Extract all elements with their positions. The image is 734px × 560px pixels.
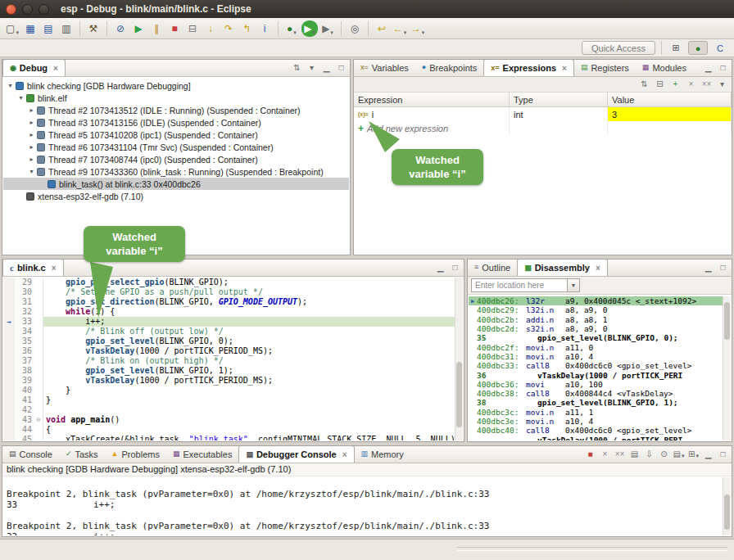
maximize-icon[interactable]: □ [335, 61, 347, 74]
tab-variables[interactable]: x=Variables [354, 59, 415, 76]
tab-registers[interactable]: ▤Registers [574, 59, 636, 76]
minimize-icon[interactable]: ▁ [702, 261, 714, 273]
debug-tree-item[interactable]: ▾blink checking [GDB Hardware Debugging] [3, 79, 349, 92]
expand-arrow-icon[interactable]: ▸ [27, 119, 36, 126]
step-into-icon[interactable]: ↓ [202, 20, 219, 37]
terminate-icon[interactable]: ■ [584, 448, 596, 460]
minimize-icon[interactable]: ▁ [434, 261, 446, 273]
back-icon[interactable]: ←▾ [392, 20, 408, 37]
maximize-icon[interactable]: □ [717, 61, 729, 74]
run-launch-icon[interactable]: ▶▾ [301, 20, 318, 37]
step-return-icon[interactable]: ↰ [238, 20, 255, 37]
debug-tree-item[interactable]: ▾Thread #9 1073433360 (blink_task : Runn… [3, 165, 349, 178]
debug-tree-item[interactable]: ▾blink.elf [3, 92, 349, 104]
disassembly-vertical-scrollbar[interactable] [723, 296, 731, 440]
show-type-names-icon[interactable]: ⇅ [638, 79, 650, 91]
tab-executables[interactable]: ▦Executables [166, 445, 238, 463]
collapse-arrow-icon[interactable]: ▾ [16, 94, 25, 102]
window-maximize-button[interactable] [39, 4, 49, 15]
debug-tree-item[interactable]: blink_task() at blink.c:33 0x400dbc26 [3, 178, 349, 190]
clear-console-icon[interactable]: ▤ [628, 448, 641, 460]
c-cpp-perspective-icon[interactable]: C [710, 41, 730, 55]
maximize-icon[interactable]: □ [717, 261, 729, 273]
forward-icon[interactable]: →▾ [410, 20, 426, 37]
open-perspective-icon[interactable]: ⊞ [666, 41, 686, 55]
tab-console[interactable]: ▤Console [2, 445, 59, 463]
debug-perspective-icon[interactable]: ● [688, 41, 708, 55]
dropdown-arrow-icon[interactable]: ▾ [312, 29, 315, 37]
remove-launch-icon[interactable]: × [599, 448, 611, 460]
dropdown-arrow-icon[interactable]: ▾ [330, 29, 333, 37]
tab-debug[interactable]: ◉Debug× [2, 59, 66, 76]
suspend-icon[interactable]: ∥ [148, 20, 165, 37]
debug-tree-item[interactable]: ▸Thread #6 1073431104 (Tmr Svc) (Suspend… [3, 141, 349, 153]
terminate-icon[interactable]: ■ [166, 20, 183, 37]
view-menu-icon[interactable]: ▾ [716, 79, 728, 91]
minimize-icon[interactable]: ▁ [702, 448, 714, 460]
dropdown-arrow-icon[interactable]: ▾ [293, 29, 297, 37]
disconnect-icon[interactable]: ⊟ [184, 20, 201, 37]
connect-process-icon[interactable]: ⇅ [291, 61, 303, 74]
expression-row[interactable]: +Add new expression [354, 121, 732, 135]
editor-vertical-scrollbar[interactable] [455, 278, 463, 440]
dropdown-arrow-icon[interactable]: ▾ [404, 29, 407, 37]
code-editor[interactable]: 29 gpio_pad_select_gpio(BLINK_GPIO);30 /… [3, 278, 455, 440]
pin-console-icon[interactable]: ⊙ [658, 448, 670, 460]
tab-debugger-console[interactable]: ▤Debugger Console× [238, 445, 354, 463]
instruction-stepping-icon[interactable]: i [256, 20, 273, 37]
save-all-icon[interactable]: ▤ [40, 20, 57, 37]
tab-outline[interactable]: ≡Outline [468, 259, 517, 276]
collapse-arrow-icon[interactable]: ▾ [27, 168, 36, 175]
tab-tasks[interactable]: ✓Tasks [59, 445, 105, 463]
tab-blink-c[interactable]: cblink.c× [2, 259, 64, 276]
remove-all-expressions-icon[interactable]: ×× [700, 79, 713, 91]
debug-tree-item[interactable]: ▸Thread #5 1073410208 (ipc1) (Suspended … [3, 129, 349, 141]
column-header-expression[interactable]: Expression [354, 93, 510, 106]
column-header-value[interactable]: Value [608, 93, 732, 106]
collapse-all-icon[interactable]: ⊟ [654, 79, 666, 91]
tab-problems[interactable]: ▲Problems [105, 445, 166, 463]
external-tools-icon[interactable]: ▶▾ [319, 20, 336, 37]
quick-access-button[interactable]: Quick Access [582, 41, 655, 55]
tab-disassembly[interactable]: ▦Disassembly× [517, 259, 608, 276]
new-wizard-icon[interactable]: ▢▾ [4, 20, 20, 37]
tab-memory[interactable]: ▥Memory [355, 445, 410, 463]
close-tab-icon[interactable]: × [52, 264, 57, 273]
save-icon[interactable]: ▦ [22, 20, 39, 37]
search-icon[interactable]: ◎ [347, 20, 363, 37]
expression-row[interactable]: (x)=iint3 [354, 107, 732, 121]
resume-icon[interactable]: ▶ [130, 20, 147, 37]
disassembly-scrollbar-thumb[interactable] [724, 302, 730, 340]
maximize-icon[interactable]: □ [449, 261, 461, 273]
tab-modules[interactable]: ▦Modules [636, 59, 693, 76]
dropdown-arrow-icon[interactable]: ▾ [16, 29, 19, 37]
scroll-lock-icon[interactable]: ⇩ [643, 448, 655, 460]
debug-tree-item[interactable]: ▸Thread #2 1073413512 (IDLE : Running) (… [3, 104, 349, 116]
step-over-icon[interactable]: ↷ [220, 20, 237, 37]
build-icon[interactable]: ⚒ [85, 20, 102, 37]
maximize-icon[interactable]: □ [717, 448, 729, 460]
last-edit-location-icon[interactable]: ↩ [374, 20, 390, 37]
display-console-icon[interactable]: ▤▾ [673, 448, 685, 460]
remove-all-launches-icon[interactable]: ×× [614, 448, 626, 460]
remove-expression-icon[interactable]: × [685, 79, 697, 91]
debug-tree-item[interactable]: ▸Thread #7 1073408744 (ipc0) (Suspended … [3, 153, 349, 165]
console-vertical-scrollbar[interactable] [723, 477, 731, 535]
debug-launch-icon[interactable]: ●▾ [283, 20, 300, 37]
window-close-button[interactable] [6, 4, 16, 15]
close-tab-icon[interactable]: × [596, 264, 600, 273]
console-scrollbar-thumb[interactable] [724, 495, 730, 530]
tab-breakpoints[interactable]: ●Breakpoints [415, 59, 484, 76]
collapse-arrow-icon[interactable]: ▾ [6, 82, 15, 89]
add-expression-icon[interactable]: + [669, 79, 682, 91]
editor-scrollbar-thumb[interactable] [456, 362, 462, 427]
expand-arrow-icon[interactable]: ▸ [27, 143, 36, 151]
minimize-icon[interactable]: ▁ [320, 61, 333, 74]
open-console-icon[interactable]: ⊞▾ [687, 448, 700, 460]
tab-expressions[interactable]: x=Expressions× [483, 59, 574, 76]
dropdown-arrow-icon[interactable]: ▾ [422, 29, 425, 37]
expand-arrow-icon[interactable]: ▸ [27, 106, 36, 114]
add-expression-icon[interactable]: + [358, 123, 364, 134]
column-header-type[interactable]: Type [510, 93, 608, 106]
console-output[interactable]: Breakpoint 2, blink_task (pvParameter=0x… [3, 477, 723, 535]
